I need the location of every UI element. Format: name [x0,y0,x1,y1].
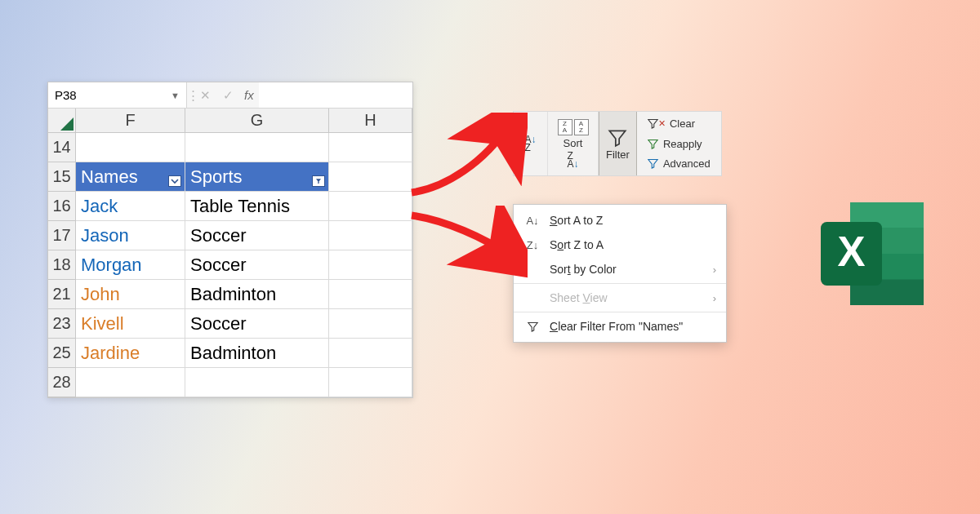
select-all-corner[interactable] [48,109,76,133]
cell[interactable] [329,280,412,309]
filter-dropdown-icon[interactable] [168,175,181,187]
cell-sport[interactable]: Soccer [185,221,329,250]
cell[interactable] [329,339,412,368]
cell-name[interactable]: Jason [76,221,185,250]
row-header[interactable]: 16 [48,192,76,221]
filter-options: ✕ Clear Reapply Advanced [637,112,719,175]
column-header[interactable]: G [185,109,329,133]
cell-sport[interactable]: Soccer [185,309,329,339]
sort-dialog-button[interactable]: ZA AZ Sort ZA↓ [548,112,599,175]
cell-sport[interactable]: Badminton [185,339,329,368]
chevron-right-icon: › [713,264,716,276]
cell[interactable] [329,250,412,280]
table-header-sports[interactable]: Sports [185,162,329,192]
excel-logo-icon: X [813,193,936,315]
menu-sheet-view: Sheet View › [514,286,726,310]
formula-input[interactable] [259,82,412,108]
cell-name[interactable] [76,368,185,397]
svg-text:X: X [837,228,865,275]
cell-name[interactable]: Kivell [76,309,185,339]
column-header[interactable]: H [329,109,412,133]
chevron-right-icon: › [713,292,716,304]
cell[interactable] [329,192,412,221]
cancel-formula-icon[interactable]: ✕ [194,88,216,103]
clear-filter-button[interactable]: ✕ Clear [644,115,714,132]
cell-sport[interactable] [185,133,329,162]
sort-za-icon: Z↓ [523,239,541,251]
filter-button[interactable]: Filter [599,112,637,175]
row-header[interactable]: 15 [48,162,76,192]
menu-clear-filter[interactable]: Clear Filter From "Names" [514,314,726,339]
row-header[interactable]: 23 [48,309,76,339]
formula-bar: P38 ▼ ⋮ ✕ ✓ fx [48,82,412,109]
fx-label[interactable]: fx [239,88,259,102]
menu-sort-az[interactable]: A↓ Sort A to Z [514,208,726,233]
filter-dropdown-menu: A↓ Sort A to Z Z↓ Sort Z to A Sort by Co… [513,204,727,343]
cell[interactable] [329,309,412,339]
filter-dropdown-icon[interactable] [312,175,325,187]
chevron-down-icon: ▼ [171,91,180,100]
worksheet-grid: F G H 1415NamesSports16JackTable Tennis1… [48,109,412,397]
cell-name[interactable]: Jack [76,192,185,221]
sort-az-icon: A↓ [523,215,541,227]
spreadsheet-panel: P38 ▼ ⋮ ✕ ✓ fx F G H 1415NamesSports16Ja… [47,82,413,398]
cell-name[interactable]: Morgan [76,250,185,280]
arrow-to-ribbon [397,113,528,202]
clear-filter-icon [523,321,541,333]
row-header[interactable]: 14 [48,133,76,162]
name-box[interactable]: P38 ▼ [48,82,187,108]
menu-sort-by-color[interactable]: Sort by Color › [514,257,726,281]
table-header-names[interactable]: Names [76,162,185,192]
column-header[interactable]: F [76,109,185,133]
filter-label: Filter [606,148,630,161]
cell-sport[interactable]: Badminton [185,280,329,309]
menu-separator [514,312,726,312]
divider: ⋮ [187,88,194,103]
cell-name[interactable]: John [76,280,185,309]
row-header[interactable]: 21 [48,280,76,309]
cell-sport[interactable]: Soccer [185,250,329,280]
cell[interactable] [329,368,412,397]
confirm-formula-icon[interactable]: ✓ [216,88,239,103]
name-box-value: P38 [55,88,77,102]
sort-label: Sort [564,137,583,149]
arrow-to-menu [397,206,528,279]
menu-sort-za[interactable]: Z↓ Sort Z to A [514,233,726,257]
sort-az-button[interactable]: A↓Z [514,112,548,175]
row-header[interactable]: 25 [48,339,76,368]
row-header[interactable]: 28 [48,368,76,397]
cell-sport[interactable]: Table Tennis [185,192,329,221]
cell[interactable] [329,221,412,250]
cell-name[interactable]: Jardine [76,339,185,368]
reapply-filter-button[interactable]: Reapply [644,135,714,153]
row-header[interactable]: 18 [48,250,76,280]
cell-sport[interactable] [185,368,329,397]
cell[interactable] [329,133,412,162]
cell-name[interactable] [76,133,185,162]
row-header[interactable]: 17 [48,221,76,250]
cell[interactable] [329,162,412,192]
advanced-filter-button[interactable]: Advanced [644,155,714,172]
svg-marker-0 [60,117,74,131]
ribbon-sort-filter-group: A↓Z ZA AZ Sort ZA↓ Filter ✕ Clear Reappl… [513,111,722,176]
menu-separator [514,283,726,284]
